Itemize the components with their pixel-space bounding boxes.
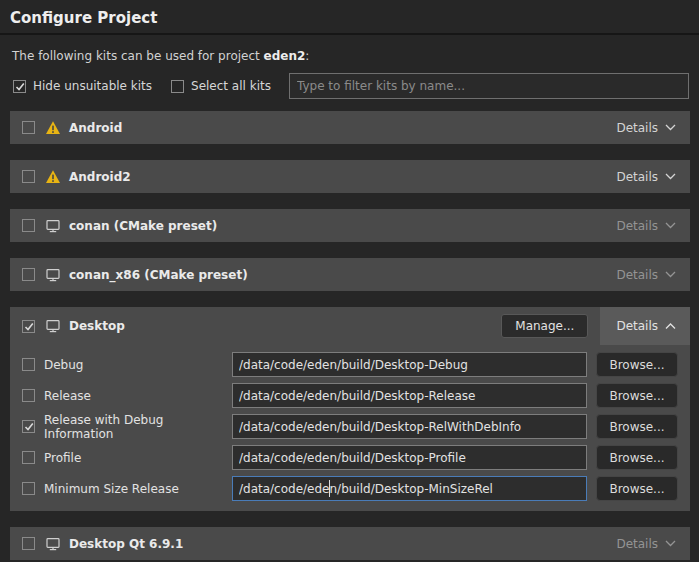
config-checkbox[interactable]	[22, 482, 35, 495]
kit-checkbox[interactable]	[22, 121, 35, 134]
checkmark-icon	[24, 422, 34, 431]
config-label: Release with Debug Information	[44, 413, 232, 441]
browse-button[interactable]: Browse...	[596, 352, 678, 377]
kit-checkbox[interactable]	[22, 537, 35, 550]
kit-filter-input[interactable]	[289, 73, 689, 99]
kit-name: Desktop Qt 6.9.1	[69, 537, 183, 551]
config-checkbox[interactable]	[22, 389, 35, 402]
details-label: Details	[616, 121, 658, 135]
details-button[interactable]: Details	[616, 537, 676, 551]
config-label: Profile	[44, 451, 232, 465]
title-separator	[0, 33, 699, 35]
config-checkbox[interactable]	[22, 358, 35, 371]
config-checkbox[interactable]	[22, 420, 35, 433]
intro-prefix: The following kits can be used for proje…	[12, 49, 264, 63]
details-label: Details	[616, 219, 658, 233]
browse-button[interactable]: Browse...	[596, 383, 678, 408]
kit-controls-row: Hide unsuitable kits Select all kits	[13, 73, 689, 99]
browse-button[interactable]: Browse...	[596, 476, 678, 501]
hide-unsuitable-kits-label: Hide unsuitable kits	[33, 79, 152, 93]
chevron-down-icon	[665, 271, 676, 278]
desktop-config-rows: Debug Browse... Release Browse... Releas…	[10, 345, 690, 511]
config-checkbox[interactable]	[22, 451, 35, 464]
build-path-input-release[interactable]	[232, 383, 587, 408]
hide-unsuitable-kits-checkbox[interactable]: Hide unsuitable kits	[13, 79, 152, 93]
browse-button[interactable]: Browse...	[596, 414, 678, 439]
kit-checkbox[interactable]	[22, 219, 35, 232]
kit-row-conan-x86[interactable]: conan_x86 (CMake preset) Details	[10, 258, 690, 291]
kit-row-android[interactable]: Android Details	[10, 111, 690, 144]
kit-name: Android	[69, 121, 122, 135]
config-row-profile: Profile Browse...	[22, 445, 678, 470]
config-label: Debug	[44, 358, 232, 372]
kit-row-desktop-qt-691[interactable]: Desktop Qt 6.9.1 Details	[10, 527, 690, 560]
config-row-relwithdebinfo: Release with Debug Information Browse...	[22, 414, 678, 439]
build-path-input-relwithdebinfo[interactable]	[232, 414, 587, 439]
select-all-kits-checkbox[interactable]: Select all kits	[171, 79, 271, 93]
details-label: Details	[616, 268, 658, 282]
kit-name: conan_x86 (CMake preset)	[69, 268, 248, 282]
kit-name: Android2	[69, 170, 131, 184]
checkmark-icon	[24, 322, 34, 331]
chevron-down-icon	[665, 222, 676, 229]
project-name: eden2	[264, 49, 306, 63]
desktop-icon	[45, 536, 61, 552]
details-label: Details	[616, 319, 658, 333]
details-button[interactable]: Details	[616, 219, 676, 233]
kit-list: Android Details Android2 Details conan (…	[10, 111, 690, 560]
chevron-down-icon	[665, 540, 676, 547]
details-button-expanded[interactable]: Details	[600, 307, 690, 345]
browse-button[interactable]: Browse...	[596, 445, 678, 470]
kit-checkbox[interactable]	[22, 320, 35, 333]
configure-project-page: Configure Project The following kits can…	[0, 0, 699, 562]
desktop-icon	[45, 218, 61, 234]
checkbox-icon[interactable]	[171, 80, 184, 93]
kit-name: conan (CMake preset)	[69, 219, 217, 233]
checkbox-icon[interactable]	[13, 80, 26, 93]
warning-icon	[45, 169, 61, 185]
build-path-input-debug[interactable]	[232, 352, 587, 377]
build-path-input-minsizerel[interactable]	[232, 476, 587, 501]
config-row-minsizerel: Minimum Size Release Browse...	[22, 476, 678, 501]
desktop-icon	[45, 267, 61, 283]
page-title: Configure Project	[0, 0, 699, 33]
kit-checkbox[interactable]	[22, 268, 35, 281]
checkmark-icon	[15, 82, 25, 91]
select-all-kits-label: Select all kits	[191, 79, 271, 93]
intro-text: The following kits can be used for proje…	[12, 49, 687, 63]
kit-row-desktop[interactable]: Desktop Manage... Details	[10, 307, 690, 345]
config-label: Minimum Size Release	[44, 482, 232, 496]
warning-icon	[45, 120, 61, 136]
kit-name: Desktop	[69, 319, 125, 333]
kit-panel-desktop: Desktop Manage... Details Debug Browse..…	[10, 307, 690, 511]
config-row-debug: Debug Browse...	[22, 352, 678, 377]
kit-row-android2[interactable]: Android2 Details	[10, 160, 690, 193]
kit-checkbox[interactable]	[22, 170, 35, 183]
chevron-down-icon	[665, 124, 676, 131]
config-label: Release	[44, 389, 232, 403]
chevron-down-icon	[665, 173, 676, 180]
build-path-input-profile[interactable]	[232, 445, 587, 470]
details-button[interactable]: Details	[616, 268, 676, 282]
kit-row-conan[interactable]: conan (CMake preset) Details	[10, 209, 690, 242]
details-label: Details	[616, 537, 658, 551]
details-label: Details	[616, 170, 658, 184]
desktop-icon	[45, 318, 61, 334]
intro-suffix: :	[305, 49, 309, 63]
details-button[interactable]: Details	[616, 121, 676, 135]
manage-button[interactable]: Manage...	[501, 314, 588, 338]
text-caret	[329, 480, 330, 497]
config-row-release: Release Browse...	[22, 383, 678, 408]
details-button[interactable]: Details	[616, 170, 676, 184]
chevron-up-icon	[665, 323, 676, 330]
